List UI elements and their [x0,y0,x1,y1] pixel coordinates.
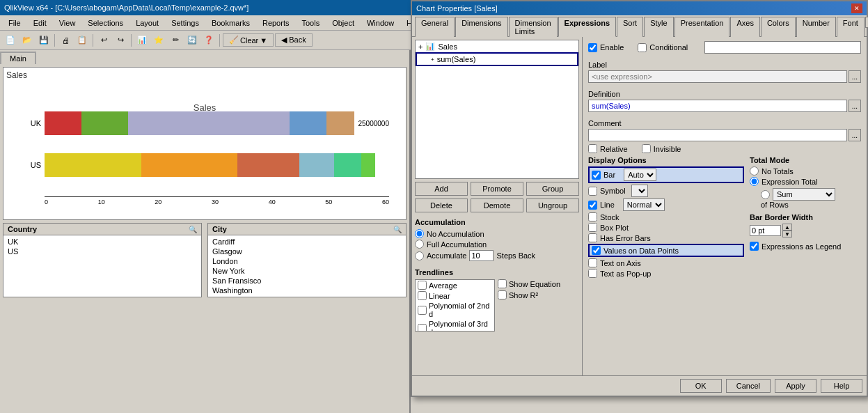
trend-poly2[interactable]: Polynomial of 2nd d [416,301,494,319]
relative-checkbox[interactable] [588,144,597,153]
tab-axes[interactable]: Axes [730,17,759,37]
city-item-cardiff[interactable]: Cardiff [211,237,403,247]
help-button[interactable]: Help [821,379,862,393]
menu-window[interactable]: Window [361,17,400,29]
tab-general[interactable]: General [415,17,455,37]
tab-number[interactable]: Number [796,17,836,37]
toolbar-save[interactable]: 💾 [36,33,52,48]
definition-btn[interactable]: ... [849,100,861,112]
trend-poly3[interactable]: Polynomial of 3rd d [416,319,494,332]
tab-sort[interactable]: Sort [617,17,643,37]
values-on-data-points-checkbox[interactable] [592,246,601,255]
conditional-row[interactable]: Conditional [638,43,688,52]
radio-accum-steps[interactable]: Accumulate Steps Back [415,250,579,261]
conditional-checkbox[interactable] [638,43,647,52]
city-item-washington[interactable]: Washington [211,286,403,295]
city-item-sanfransisco[interactable]: San Fransisco [211,276,403,286]
toolbar-b2[interactable]: ⭐ [151,33,166,48]
chart-container[interactable]: Sales Sales UK 25000000 [3,67,407,220]
enable-checkbox-row[interactable]: Enable [588,43,624,52]
show-r2-option[interactable]: Show R² [498,290,560,299]
toolbar-b4[interactable]: 🔄 [184,33,200,48]
country-item-us[interactable]: US [6,247,198,256]
toolbar-undo[interactable]: ↩ [96,33,111,48]
bar-checkbox[interactable] [592,171,601,180]
menu-bookmarks[interactable]: Bookmarks [206,17,255,29]
symbol-checkbox[interactable] [588,187,597,196]
label-btn[interactable]: ... [849,70,861,83]
show-equation-option[interactable]: Show Equation [498,279,560,288]
delete-button[interactable]: Delete [415,198,468,212]
apply-button[interactable]: Apply [775,379,816,393]
menu-view[interactable]: View [54,17,81,29]
city-search-icon[interactable]: 🔍 [393,226,402,233]
expressions-as-legend-checkbox[interactable] [750,242,759,251]
expression-total-radio[interactable]: Expression Total [750,177,861,186]
bar-border-up[interactable]: ▲ [782,224,792,231]
city-item-london[interactable]: London [211,256,403,266]
tab-colors[interactable]: Colors [761,17,796,37]
toolbar-new[interactable]: 📄 [3,33,18,48]
stock-checkbox[interactable] [588,212,597,221]
main-tab[interactable]: Main [0,52,36,64]
city-item-newyork[interactable]: New York [211,266,403,276]
box-plot-checkbox-row[interactable]: Box Plot [588,223,744,232]
country-item-uk[interactable]: UK [6,237,198,247]
conditional-field[interactable] [704,41,861,54]
definition-input[interactable] [588,100,847,112]
city-item-glasgow[interactable]: Glasgow [211,247,403,256]
tab-nav-left[interactable]: ◀ [865,17,868,28]
ungroup-button[interactable]: Ungroup [526,198,579,212]
relative-checkbox-row[interactable]: Relative [588,144,628,153]
invisible-checkbox-row[interactable]: Invisible [642,144,681,153]
ok-button[interactable]: OK [680,379,722,393]
expr-child-item[interactable]: + sum(Sales) [416,52,578,66]
text-as-popup-checkbox-row[interactable]: Text as Pop-up [588,269,744,278]
toolbar-copy[interactable]: 📋 [74,33,90,48]
label-input[interactable] [588,70,847,83]
add-button[interactable]: Add [415,182,468,196]
toolbar-back-button[interactable]: ◀ Back [275,33,313,47]
bar-checkbox-row[interactable]: Bar [592,171,615,180]
symbol-checkbox-row[interactable]: Symbol [588,185,744,197]
toolbar-print[interactable]: 🖨 [58,33,73,48]
tab-expressions[interactable]: Expressions [558,17,616,37]
toolbar-b3[interactable]: ✏ [168,33,183,48]
steps-input[interactable] [469,250,494,261]
trend-linear[interactable]: Linear [416,290,494,301]
menu-file[interactable]: File [3,17,26,29]
menu-layout[interactable]: Layout [130,17,164,29]
menu-tools[interactable]: Tools [296,17,325,29]
bar-select[interactable]: Auto [624,169,656,181]
error-bars-checkbox[interactable] [588,233,597,242]
error-bars-checkbox-row[interactable]: Has Error Bars [588,233,744,242]
menu-edit[interactable]: Edit [28,17,52,29]
enable-checkbox[interactable] [588,43,597,52]
line-select[interactable]: Normal [623,198,665,211]
country-search-icon[interactable]: 🔍 [189,226,197,233]
menu-selections[interactable]: Selections [82,17,129,29]
bar-border-down[interactable]: ▼ [782,231,792,237]
tab-font[interactable]: Font [837,17,865,37]
text-as-popup-checkbox[interactable] [588,269,597,278]
stock-checkbox-row[interactable]: Stock [588,212,744,221]
symbol-select[interactable] [631,185,648,197]
toolbar-redo[interactable]: ↪ [113,33,128,48]
box-plot-checkbox[interactable] [588,223,597,232]
line-checkbox[interactable] [588,201,597,210]
menu-reports[interactable]: Reports [257,17,295,29]
menu-object[interactable]: Object [326,17,360,29]
demote-button[interactable]: Demote [471,198,523,212]
radio-no-accum[interactable]: No Accumulation [415,229,579,238]
dialog-close-button[interactable]: ✕ [851,3,862,13]
line-checkbox-row[interactable]: Line [588,201,615,210]
text-on-axis-checkbox-row[interactable]: Text on Axis [588,258,744,267]
tab-style[interactable]: Style [644,17,673,37]
comment-btn[interactable]: ... [849,129,861,141]
sum-select[interactable]: Sum [773,188,835,201]
tab-dimensions[interactable]: Dimensions [455,17,507,37]
trend-average[interactable]: Average [416,280,494,290]
group-button[interactable]: Group [526,182,579,196]
menu-settings[interactable]: Settings [166,17,205,29]
toolbar-b1[interactable]: 📊 [134,33,150,48]
